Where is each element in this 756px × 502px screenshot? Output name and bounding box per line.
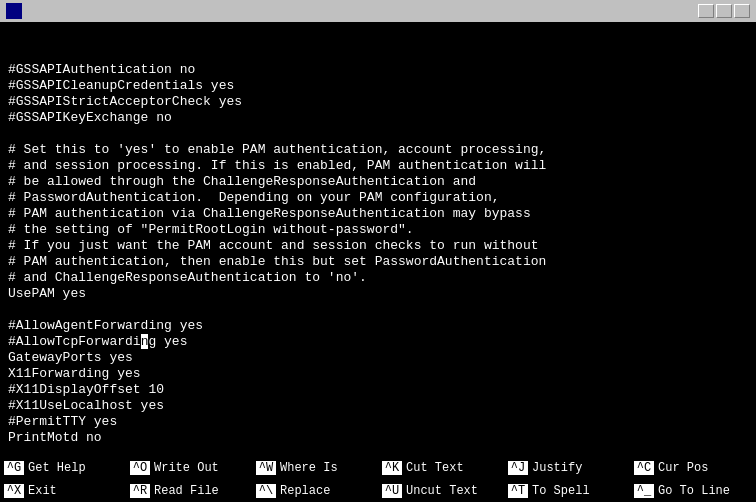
shortcut-item: ^RRead File [126, 479, 252, 502]
shortcut-key[interactable]: ^T [508, 484, 528, 498]
shortcut-label: Uncut Text [406, 484, 478, 498]
shortcut-item: ^OWrite Out [126, 456, 252, 479]
shortcut-row-2: ^XExit^RRead File^\Replace^UUncut Text^T… [0, 479, 756, 502]
shortcut-key[interactable]: ^R [130, 484, 150, 498]
shortcut-item: ^UUncut Text [378, 479, 504, 502]
shortcut-row-1: ^GGet Help^OWrite Out^WWhere Is^KCut Tex… [0, 456, 756, 479]
shortcut-key[interactable]: ^G [4, 461, 24, 475]
shortcut-item: ^\Replace [252, 479, 378, 502]
nano-header [0, 22, 756, 44]
shortcut-label: Cut Text [406, 461, 464, 475]
title-bar [0, 0, 756, 22]
shortcut-label: Justify [532, 461, 582, 475]
shortcut-label: Where Is [280, 461, 338, 475]
close-button[interactable] [734, 4, 750, 18]
shortcut-item: ^TTo Spell [504, 479, 630, 502]
shortcut-label: Replace [280, 484, 330, 498]
shortcut-item: ^JJustify [504, 456, 630, 479]
shortcut-key[interactable]: ^C [634, 461, 654, 475]
shortcut-key[interactable]: ^X [4, 484, 24, 498]
shortcut-label: Go To Line [658, 484, 730, 498]
shortcut-item: ^_Go To Line [630, 479, 756, 502]
maximize-button[interactable] [716, 4, 732, 18]
shortcut-key[interactable]: ^\ [256, 484, 276, 498]
shortcut-key[interactable]: ^K [382, 461, 402, 475]
shortcut-label: Cur Pos [658, 461, 708, 475]
shortcut-bar: ^GGet Help^OWrite Out^WWhere Is^KCut Tex… [0, 456, 756, 502]
shortcut-item: ^XExit [0, 479, 126, 502]
app-icon [6, 3, 22, 19]
shortcut-item: ^KCut Text [378, 456, 504, 479]
window-controls [698, 4, 750, 18]
editor-content: #GSSAPIAuthentication no #GSSAPICleanupC… [8, 46, 748, 446]
shortcut-label: Get Help [28, 461, 86, 475]
title-bar-left [6, 3, 28, 19]
shortcut-key[interactable]: ^J [508, 461, 528, 475]
shortcut-key[interactable]: ^_ [634, 484, 654, 498]
shortcut-key[interactable]: ^W [256, 461, 276, 475]
shortcut-label: To Spell [532, 484, 590, 498]
shortcut-item: ^CCur Pos [630, 456, 756, 479]
shortcut-item: ^GGet Help [0, 456, 126, 479]
shortcut-item: ^WWhere Is [252, 456, 378, 479]
shortcut-key[interactable]: ^U [382, 484, 402, 498]
minimize-button[interactable] [698, 4, 714, 18]
shortcut-label: Read File [154, 484, 219, 498]
shortcut-label: Exit [28, 484, 57, 498]
shortcut-key[interactable]: ^O [130, 461, 150, 475]
shortcut-label: Write Out [154, 461, 219, 475]
editor-area[interactable]: #GSSAPIAuthentication no #GSSAPICleanupC… [0, 44, 756, 456]
